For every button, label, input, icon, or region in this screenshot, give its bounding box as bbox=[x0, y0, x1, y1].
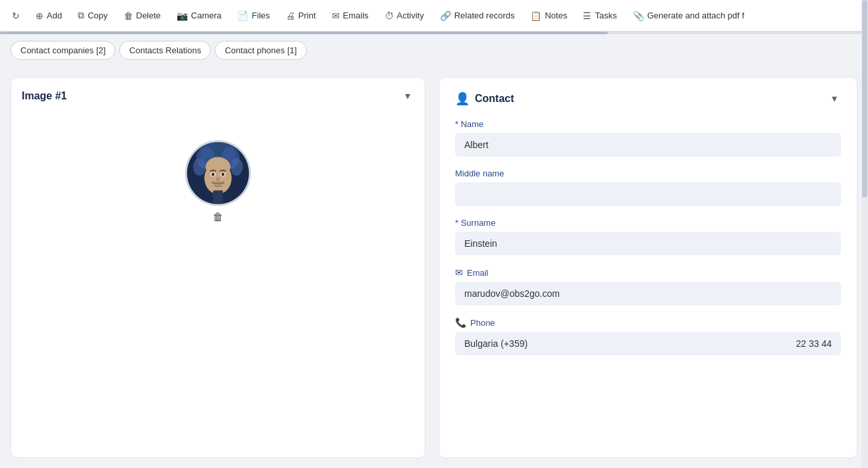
tab-contacts-relations[interactable]: Contacts Relations bbox=[119, 41, 211, 60]
email-input[interactable] bbox=[455, 282, 841, 305]
refresh-button[interactable]: ↻ bbox=[5, 7, 26, 25]
phone-number: 22 33 44 bbox=[787, 332, 842, 355]
delete-button[interactable]: 🗑 Delete bbox=[117, 7, 168, 25]
tabs-row: Contact companies [2] Contacts Relations… bbox=[0, 34, 868, 66]
refresh-icon: ↻ bbox=[12, 11, 20, 21]
surname-input[interactable] bbox=[455, 232, 841, 255]
notes-button[interactable]: 📋 Notes bbox=[524, 7, 574, 25]
image-panel-title: Image #1 bbox=[22, 90, 67, 102]
scroll-thumb bbox=[0, 32, 608, 34]
phone-label: 📞 Phone bbox=[455, 317, 841, 328]
chevron-down-icon: ▾ bbox=[405, 90, 410, 101]
name-label: * Name bbox=[455, 119, 841, 129]
files-icon: 📄 bbox=[237, 11, 248, 21]
contact-panel-title: 👤 Contact bbox=[455, 91, 514, 106]
delete-icon: 🗑 bbox=[124, 11, 133, 21]
phone-row: Bulgaria (+359) 22 33 44 bbox=[455, 332, 841, 355]
avatar-svg bbox=[187, 142, 249, 204]
generate-pdf-icon: 📎 bbox=[633, 11, 644, 21]
camera-icon: 📷 bbox=[176, 11, 188, 21]
add-icon: ⊕ bbox=[36, 11, 43, 21]
svg-point-12 bbox=[216, 177, 220, 182]
trash-icon: 🗑 bbox=[213, 211, 223, 222]
image-container: 🗑 bbox=[22, 114, 414, 249]
phone-field-group: 📞 Phone Bulgaria (+359) 22 33 44 bbox=[455, 317, 841, 355]
chevron-down-icon: ▾ bbox=[832, 93, 837, 104]
scrollbar-thumb bbox=[862, 0, 867, 197]
svg-point-11 bbox=[221, 173, 225, 176]
surname-field-group: * Surname bbox=[455, 218, 841, 255]
main-content: Image #1 ▾ bbox=[0, 66, 868, 468]
email-icon: ✉ bbox=[455, 267, 463, 278]
phone-icon: 📞 bbox=[455, 317, 466, 328]
svg-rect-13 bbox=[213, 190, 223, 204]
emails-icon: ✉ bbox=[332, 11, 340, 21]
image-panel: Image #1 ▾ bbox=[11, 77, 425, 458]
tab-contact-companies[interactable]: Contact companies [2] bbox=[11, 41, 115, 60]
contact-panel: 👤 Contact ▾ * Name Middle name * Surname… bbox=[439, 77, 857, 458]
phone-country: Bulgaria (+359) bbox=[455, 332, 787, 355]
emails-button[interactable]: ✉ Emails bbox=[325, 7, 375, 25]
name-input[interactable] bbox=[455, 133, 841, 157]
middle-name-input[interactable] bbox=[455, 182, 841, 206]
svg-point-10 bbox=[211, 173, 215, 176]
notes-icon: 📋 bbox=[530, 11, 541, 21]
tab-contact-phones[interactable]: Contact phones [1] bbox=[215, 41, 306, 60]
copy-button[interactable]: ⧉ Copy bbox=[71, 6, 114, 25]
related-records-icon: 🔗 bbox=[440, 11, 451, 21]
image-panel-header: Image #1 ▾ bbox=[22, 88, 414, 103]
scroll-indicator bbox=[0, 32, 868, 34]
middle-name-label: Middle name bbox=[455, 169, 841, 178]
email-label: ✉ Email bbox=[455, 267, 841, 278]
surname-label: * Surname bbox=[455, 218, 841, 228]
contact-panel-collapse-button[interactable]: ▾ bbox=[828, 91, 841, 106]
svg-point-4 bbox=[193, 158, 205, 175]
tasks-icon: ☰ bbox=[583, 11, 591, 21]
print-button[interactable]: 🖨 Print bbox=[279, 7, 323, 25]
contact-panel-header: 👤 Contact ▾ bbox=[455, 91, 841, 106]
email-field-group: ✉ Email bbox=[455, 267, 841, 305]
avatar bbox=[185, 140, 251, 206]
print-icon: 🖨 bbox=[286, 11, 295, 21]
activity-button[interactable]: ⏱ Activity bbox=[378, 7, 431, 25]
svg-point-5 bbox=[231, 158, 243, 175]
delete-avatar-button[interactable]: 🗑 bbox=[213, 211, 223, 223]
middle-name-field-group: Middle name bbox=[455, 169, 841, 206]
add-button[interactable]: ⊕ Add bbox=[29, 7, 68, 25]
camera-button[interactable]: 📷 Camera bbox=[170, 7, 228, 25]
copy-icon: ⧉ bbox=[78, 10, 84, 21]
activity-icon: ⏱ bbox=[385, 11, 394, 21]
person-icon: 👤 bbox=[455, 91, 470, 106]
related-records-button[interactable]: 🔗 Related records bbox=[433, 7, 522, 25]
image-panel-collapse-button[interactable]: ▾ bbox=[401, 88, 414, 103]
page-scrollbar[interactable] bbox=[861, 0, 868, 468]
name-field-group: * Name bbox=[455, 119, 841, 157]
generate-pdf-button[interactable]: 📎 Generate and attach pdf f bbox=[626, 7, 751, 25]
toolbar: ↻ ⊕ Add ⧉ Copy 🗑 Delete 📷 Camera 📄 Files… bbox=[0, 0, 868, 32]
files-button[interactable]: 📄 Files bbox=[231, 7, 276, 25]
tasks-button[interactable]: ☰ Tasks bbox=[576, 7, 623, 25]
svg-point-7 bbox=[205, 157, 231, 177]
